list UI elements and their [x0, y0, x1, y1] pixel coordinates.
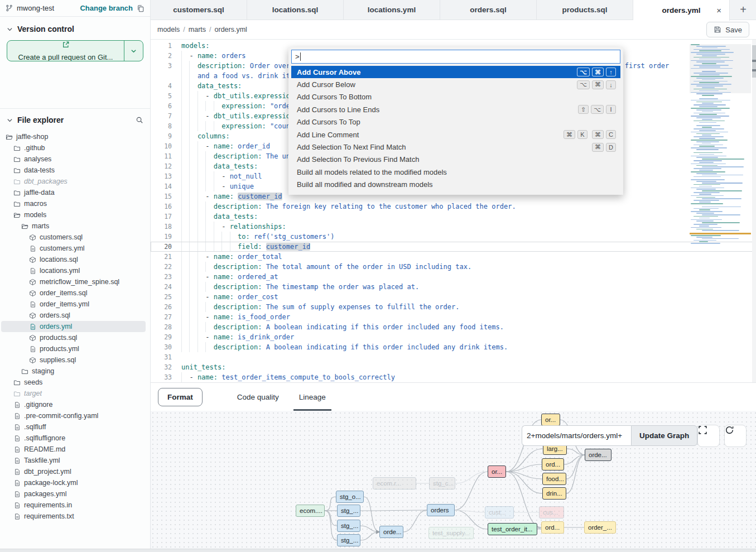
tree-item-orders.sql[interactable]: orders.sql: [1, 310, 146, 321]
create-pr-dropdown[interactable]: [124, 41, 143, 61]
change-branch-link[interactable]: Change branch: [80, 4, 133, 12]
editor-scrollbar[interactable]: [752, 40, 756, 382]
lineage-filter-input[interactable]: 2+models/marts/orders.yml+: [522, 425, 631, 446]
tree-item-dbt_project.yml[interactable]: dbt_project.yml: [1, 466, 146, 477]
bottom-tab-code-quality[interactable]: Code quality: [227, 383, 289, 411]
palette-item[interactable]: Add Cursor Above⌥⌘↑: [291, 66, 620, 78]
code-line[interactable]: 16description: The foreign key relating …: [151, 201, 756, 212]
tree-item-README.md[interactable]: README.md: [1, 444, 146, 455]
tree-item-customers.sql[interactable]: customers.sql: [1, 232, 146, 243]
lineage-node-stg_[interactable]: stg_...: [337, 534, 360, 546]
code-line[interactable]: 21- name: order_total: [151, 252, 756, 262]
tab-locations.sql[interactable]: locations.sql: [247, 0, 344, 20]
lineage-node-stg_[interactable]: stg_...: [337, 520, 360, 532]
lineage-graph[interactable]: 2+models/marts/orders.yml+ Update Graph …: [151, 411, 756, 549]
format-button[interactable]: Format: [158, 388, 203, 406]
code-line[interactable]: 17data_tests:: [151, 212, 756, 222]
tree-item-.sqlfluff[interactable]: .sqlfluff: [1, 421, 146, 433]
lineage-node-ecomr[interactable]: ecom.r...: [373, 477, 416, 489]
tree-item-metricflow_time_spine.sql[interactable]: metricflow_time_spine.sql: [1, 276, 146, 287]
tab-products.sql[interactable]: products.sql: [537, 0, 633, 20]
code-line[interactable]: 23- name: ordered_at: [151, 272, 756, 282]
lineage-node-orders[interactable]: orders: [427, 504, 455, 516]
lineage-node-food[interactable]: food...: [542, 473, 566, 485]
tree-item-seeds[interactable]: seeds: [1, 377, 146, 388]
save-button[interactable]: Save: [706, 22, 749, 37]
lineage-node-stg_[interactable]: stg_...: [337, 505, 360, 517]
code-line[interactable]: 25- name: order_cost: [151, 292, 756, 302]
code-line[interactable]: 33- name: test_order_items_compute_to_bo…: [151, 372, 756, 382]
palette-item[interactable]: Add Cursors to Line Ends⇧⌥I: [291, 103, 620, 116]
tree-item-models[interactable]: models: [1, 209, 146, 220]
tab-orders.sql[interactable]: orders.sql: [440, 0, 537, 20]
tree-item-orders.yml[interactable]: orders.yml: [1, 321, 146, 332]
code-line[interactable]: 29- name: is_drink_order: [151, 332, 756, 342]
code-line[interactable]: 28description: A boolean indicating if t…: [151, 322, 756, 332]
file-explorer-header[interactable]: File explorer: [0, 109, 150, 129]
palette-item[interactable]: Add Cursors To Top: [291, 116, 620, 128]
palette-item[interactable]: Build all modified and downstream models: [291, 179, 620, 191]
lineage-node-or[interactable]: or...: [541, 414, 560, 426]
lineage-node-orde[interactable]: orde...: [379, 526, 403, 538]
tree-item-jaffle-shop[interactable]: jaffle-shop: [1, 131, 146, 142]
breadcrumb-part[interactable]: marts: [189, 26, 206, 33]
tree-item-macros[interactable]: macros: [1, 198, 146, 209]
tree-item-target[interactable]: target: [1, 388, 146, 399]
create-pr-split-button[interactable]: Create a pull request on Git...: [7, 40, 143, 61]
tree-item-data-tests[interactable]: data-tests: [1, 165, 146, 176]
tree-item-staging[interactable]: staging: [1, 366, 146, 377]
close-icon[interactable]: ×: [716, 6, 721, 15]
tree-item-.gitignore[interactable]: .gitignore: [1, 399, 146, 410]
palette-item[interactable]: Add Line Comment⌘K⌘C: [291, 128, 620, 141]
code-line[interactable]: 19to: ref('stg_customers'): [151, 232, 756, 242]
tree-item-dbt_packages[interactable]: dbt_packages: [1, 176, 146, 187]
palette-item[interactable]: Add Cursors To Bottom: [291, 91, 620, 103]
tree-item-requirements.txt[interactable]: requirements.txt: [1, 511, 146, 522]
version-control-header[interactable]: Version control: [0, 17, 150, 38]
code-line[interactable]: 18- relationships:: [151, 222, 756, 232]
code-line[interactable]: 24description: The timestamp the order w…: [151, 282, 756, 292]
tree-item-locations.yml[interactable]: locations.yml: [1, 265, 146, 276]
tab-orders.yml[interactable]: orders.yml×: [633, 0, 730, 21]
code-line[interactable]: 31: [151, 352, 756, 362]
palette-item[interactable]: Add Selection To Next Find Match⌘D: [291, 141, 620, 153]
palette-item[interactable]: Build all models related to the modified…: [291, 166, 620, 178]
lineage-node-test_supply[interactable]: test_supply...: [428, 527, 474, 539]
breadcrumb-part[interactable]: orders.yml: [215, 26, 247, 33]
tree-item-.sqlfluffignore[interactable]: .sqlfluffignore: [1, 433, 146, 444]
tree-item-marts[interactable]: marts: [1, 220, 146, 232]
lineage-node-order_[interactable]: order_...: [584, 521, 616, 534]
tree-item-products.yml[interactable]: products.yml: [1, 343, 146, 354]
tree-item-order_items.sql[interactable]: order_items.sql: [1, 287, 146, 299]
tree-item-.pre-commit-config.yaml[interactable]: .pre-commit-config.yaml: [1, 410, 146, 421]
lineage-node-drin[interactable]: drin...: [542, 487, 566, 500]
breadcrumb-part[interactable]: models: [157, 26, 180, 33]
lineage-node-cus[interactable]: cus...: [539, 506, 564, 519]
code-line[interactable]: 22description: The total amount of the o…: [151, 262, 756, 272]
code-editor[interactable]: 1models:2- name: orders3description: Ord…: [151, 40, 756, 382]
command-palette-input[interactable]: >: [291, 50, 620, 64]
tree-item-jaffle-data[interactable]: jaffle-data: [1, 187, 146, 198]
code-line[interactable]: 30description: A boolean indicating if t…: [151, 342, 756, 352]
minimap[interactable]: [690, 44, 751, 249]
palette-item[interactable]: Add Selection To Previous Find Match: [291, 153, 620, 166]
update-graph-button[interactable]: Update Graph: [631, 425, 697, 446]
lineage-node-test_order_it[interactable]: test_order_it...: [488, 523, 537, 535]
search-icon[interactable]: [136, 116, 143, 124]
tree-item-package-lock.yml[interactable]: package-lock.yml: [1, 477, 146, 488]
tree-item-products.sql[interactable]: products.sql: [1, 332, 146, 343]
tab-customers.sql[interactable]: customers.sql: [151, 0, 247, 20]
new-tab-button[interactable]: +: [730, 0, 756, 20]
refresh-button[interactable]: [724, 425, 747, 447]
code-line[interactable]: 26description: The sum of supply expense…: [151, 302, 756, 312]
lineage-node-stg_c[interactable]: stg_c...: [429, 477, 455, 489]
tree-item-customers.yml[interactable]: customers.yml: [1, 243, 146, 254]
tree-item-locations.sql[interactable]: locations.sql: [1, 254, 146, 265]
code-line[interactable]: 32unit_tests:: [151, 362, 756, 372]
tab-locations.yml[interactable]: locations.yml: [344, 0, 440, 20]
lineage-node-or[interactable]: or...: [488, 465, 506, 478]
tree-item-Taskfile.yml[interactable]: Taskfile.yml: [1, 455, 146, 466]
lineage-node-orde[interactable]: orde...: [585, 449, 611, 461]
lineage-node-ord[interactable]: ord...: [541, 521, 564, 534]
tree-item-.github[interactable]: .github: [1, 142, 146, 153]
